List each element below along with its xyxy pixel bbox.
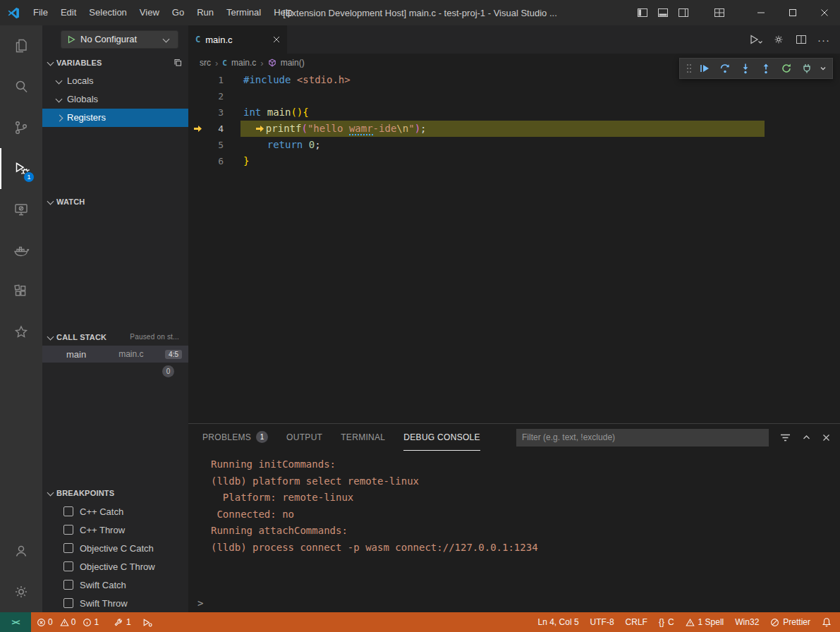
customize-layout-icon[interactable] bbox=[709, 0, 729, 25]
split-editor-button[interactable] bbox=[792, 30, 810, 49]
editor-settings-button[interactable] bbox=[769, 30, 788, 49]
close-icon[interactable] bbox=[822, 434, 830, 442]
platform-status[interactable]: Win32 bbox=[729, 612, 765, 632]
sidebar-item-explorer[interactable] bbox=[0, 25, 42, 66]
chevron-down-icon bbox=[161, 34, 172, 45]
breadcrumb-folder[interactable]: src bbox=[200, 58, 211, 68]
glyph-margin[interactable] bbox=[188, 88, 207, 104]
restart-button[interactable] bbox=[777, 59, 796, 78]
code-lines: 1#include <stdio.h>23int main(){4 printf… bbox=[188, 72, 840, 169]
tab-main-c[interactable]: C main.c bbox=[188, 25, 287, 54]
sidebar-item-run-debug[interactable]: 1 bbox=[0, 148, 42, 189]
sidebar-item-remote-explorer[interactable] bbox=[0, 189, 42, 230]
remote-indicator[interactable]: >< bbox=[0, 612, 31, 632]
toggle-sidebar-icon[interactable] bbox=[632, 0, 652, 25]
chevron-down-icon[interactable] bbox=[817, 65, 828, 72]
accounts-button[interactable] bbox=[0, 530, 42, 571]
panel-tab-terminal[interactable]: TERMINAL bbox=[341, 424, 385, 451]
step-into-button[interactable] bbox=[736, 59, 755, 78]
breakpoint-checkbox[interactable] bbox=[63, 580, 73, 590]
variables-item-registers[interactable]: Registers bbox=[42, 109, 188, 127]
debug-console-output[interactable]: Running initCommands:(lldb) platform sel… bbox=[188, 451, 840, 612]
step-over-button[interactable] bbox=[715, 59, 735, 78]
breakpoint-label: Swift Catch bbox=[80, 580, 126, 590]
breakpoint-row[interactable]: C++ Throw bbox=[42, 521, 188, 539]
language-mode-selector[interactable]: {} C bbox=[653, 612, 680, 632]
call-stack-frame-row[interactable]: main main.c 4:5 bbox=[42, 346, 188, 363]
menu-terminal[interactable]: Terminal bbox=[220, 0, 267, 25]
menu-view[interactable]: View bbox=[133, 0, 166, 25]
sidebar-item-docker[interactable] bbox=[0, 230, 42, 271]
code-token: printf bbox=[266, 123, 302, 134]
info-icon bbox=[83, 618, 92, 627]
spell-checker-status[interactable]: 1 Spell bbox=[680, 612, 730, 632]
breakpoint-row[interactable]: Swift Catch bbox=[42, 576, 188, 594]
breakpoint-checkbox[interactable] bbox=[63, 561, 73, 571]
toggle-secondary-sidebar-icon[interactable] bbox=[673, 0, 693, 25]
panel-tab-output[interactable]: OUTPUT bbox=[286, 424, 322, 451]
glyph-margin[interactable] bbox=[188, 104, 207, 121]
panel-tab-problems[interactable]: PROBLEMS1 bbox=[202, 424, 268, 451]
eol-selector[interactable]: CRLF bbox=[620, 612, 653, 632]
launch-configuration-dropdown[interactable]: No Configurat bbox=[61, 30, 178, 49]
continue-button[interactable] bbox=[695, 59, 714, 78]
tab-close-icon[interactable] bbox=[273, 36, 280, 43]
breakpoint-row[interactable]: Objective C Throw bbox=[42, 557, 188, 576]
sidebar-item-extensions[interactable] bbox=[0, 271, 42, 312]
call-stack-section-header[interactable]: CALL STACK Paused on st... bbox=[42, 328, 188, 346]
sidebar-item-favorites[interactable] bbox=[0, 312, 42, 353]
glyph-margin[interactable] bbox=[188, 153, 207, 169]
glyph-margin[interactable] bbox=[188, 137, 207, 153]
menu-run[interactable]: Run bbox=[190, 0, 220, 25]
breakpoint-checkbox[interactable] bbox=[63, 506, 73, 516]
breakpoints-section-header[interactable]: BREAKPOINTS bbox=[42, 484, 188, 502]
breakpoint-checkbox[interactable] bbox=[63, 543, 73, 553]
activity-bar: 1 bbox=[0, 25, 42, 612]
code-editor[interactable]: 1#include <stdio.h>23int main(){4 printf… bbox=[188, 72, 840, 423]
encoding-selector[interactable]: UTF-8 bbox=[585, 612, 620, 632]
variables-item-globals[interactable]: Globals bbox=[42, 90, 188, 109]
glyph-margin[interactable] bbox=[188, 121, 207, 137]
menu-go[interactable]: Go bbox=[166, 0, 190, 25]
cursor-position[interactable]: Ln 4, Col 5 bbox=[532, 612, 585, 632]
breakpoint-checkbox[interactable] bbox=[63, 598, 73, 608]
menu-edit[interactable]: Edit bbox=[54, 0, 83, 25]
chevron-up-icon[interactable] bbox=[802, 434, 811, 441]
manage-button[interactable] bbox=[0, 571, 42, 612]
sidebar-item-search[interactable] bbox=[0, 66, 42, 107]
breakpoint-row[interactable]: Swift Throw bbox=[42, 594, 188, 612]
formatter-status[interactable]: Prettier bbox=[765, 612, 816, 632]
glyph-margin[interactable] bbox=[188, 72, 207, 88]
breakpoint-checkbox[interactable] bbox=[63, 525, 73, 535]
maximize-button[interactable] bbox=[777, 0, 808, 25]
problems-status[interactable]: 0 0 1 bbox=[31, 612, 108, 632]
breakpoint-row[interactable]: Objective C Catch bbox=[42, 539, 188, 557]
breakpoint-row[interactable]: C++ Catch bbox=[42, 502, 188, 521]
toggle-panel-icon[interactable] bbox=[652, 0, 673, 25]
debug-badge: 1 bbox=[23, 171, 35, 183]
variables-section-header[interactable]: VARIABLES bbox=[42, 54, 188, 72]
run-debug-button[interactable] bbox=[747, 30, 765, 49]
panel-tab-debug-console[interactable]: DEBUG CONSOLE bbox=[403, 424, 480, 451]
close-button[interactable] bbox=[808, 0, 840, 25]
debug-session-status[interactable] bbox=[137, 612, 158, 632]
console-filter-input[interactable] bbox=[516, 429, 769, 446]
notifications-button[interactable] bbox=[816, 612, 837, 632]
minimize-button[interactable] bbox=[745, 0, 777, 25]
toolbar-grip-icon[interactable] bbox=[683, 63, 694, 73]
disconnect-button[interactable] bbox=[797, 59, 817, 78]
variables-item-locals[interactable]: Locals bbox=[42, 72, 188, 90]
more-actions-button[interactable]: ··· bbox=[815, 30, 833, 49]
code-line-4: 4 printf("hello wamr-ide\n"); bbox=[188, 121, 840, 137]
menu-selection[interactable]: Selection bbox=[83, 0, 133, 25]
breadcrumb-file[interactable]: main.c bbox=[231, 58, 256, 68]
copy-value-icon[interactable] bbox=[173, 58, 183, 68]
breadcrumb-symbol[interactable]: main() bbox=[281, 58, 305, 68]
toolchain-status[interactable]: 1 bbox=[108, 612, 137, 632]
step-out-button[interactable] bbox=[756, 59, 776, 78]
sidebar-item-source-control[interactable] bbox=[0, 107, 42, 148]
watch-section-header[interactable]: WATCH bbox=[42, 193, 188, 211]
menu-file[interactable]: File bbox=[27, 0, 54, 25]
filter-lines-icon[interactable] bbox=[780, 433, 791, 442]
console-prompt[interactable]: > bbox=[197, 597, 203, 609]
